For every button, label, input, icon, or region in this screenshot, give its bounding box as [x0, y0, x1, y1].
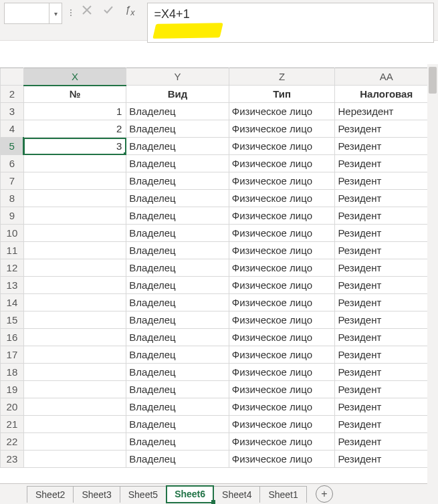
fx-label[interactable]: ƒx	[125, 3, 135, 17]
cell[interactable]	[23, 225, 126, 242]
cell[interactable]: Физическое лицо	[229, 381, 335, 398]
row-header[interactable]: 5	[1, 138, 24, 155]
cell[interactable]: Владелец	[126, 242, 229, 259]
cell[interactable]: Резидент	[335, 451, 438, 468]
row-header[interactable]: 15	[1, 311, 24, 329]
cell[interactable]: Резидент	[335, 294, 438, 311]
row-header[interactable]: 6	[1, 155, 24, 172]
cell[interactable]: Резидент	[335, 277, 438, 294]
cell[interactable]: Физическое лицо	[229, 433, 335, 451]
cell[interactable]: Владелец	[126, 294, 229, 311]
cell[interactable]: Владелец	[126, 346, 229, 364]
cell[interactable]	[23, 329, 126, 346]
name-box-dropdown[interactable]: ▾	[49, 3, 62, 24]
sheet-tab[interactable]: Sheet1	[259, 486, 306, 503]
cell[interactable]: Физическое лицо	[229, 259, 335, 277]
cell[interactable]	[23, 311, 126, 329]
cell[interactable]	[23, 207, 126, 225]
formula-bar[interactable]: =X4+1	[147, 3, 434, 43]
row-header[interactable]: 21	[1, 416, 24, 433]
cell[interactable]: Владелец	[126, 207, 229, 225]
row-header[interactable]: 20	[1, 398, 24, 416]
cell[interactable]: Физическое лицо	[229, 138, 335, 155]
cell[interactable]: Физическое лицо	[229, 103, 335, 120]
cell[interactable]: Резидент	[335, 172, 438, 190]
row-header[interactable]: 8	[1, 190, 24, 207]
select-all-corner[interactable]	[1, 68, 24, 86]
cell[interactable]: Владелец	[126, 398, 229, 416]
cell[interactable]: Резидент	[335, 138, 438, 155]
cell[interactable]: Налоговая	[335, 86, 438, 103]
cell[interactable]: Владелец	[126, 225, 229, 242]
cell[interactable]: 1	[23, 103, 126, 120]
cell[interactable]: Резидент	[335, 381, 438, 398]
cell[interactable]: Владелец	[126, 172, 229, 190]
cell[interactable]	[23, 433, 126, 451]
cell[interactable]	[23, 242, 126, 259]
cell[interactable]: Физическое лицо	[229, 398, 335, 416]
cell[interactable]	[23, 346, 126, 364]
cell[interactable]	[23, 294, 126, 311]
col-header-Y[interactable]: Y	[126, 68, 229, 86]
cell[interactable]	[23, 451, 126, 468]
cell[interactable]: Владелец	[126, 416, 229, 433]
cell[interactable]: Физическое лицо	[229, 207, 335, 225]
sheet-tab[interactable]: Sheet6	[166, 485, 214, 503]
cell[interactable]: Владелец	[126, 259, 229, 277]
row-header[interactable]: 4	[1, 120, 24, 138]
row-header[interactable]: 22	[1, 433, 24, 451]
cancel-button[interactable]	[80, 3, 94, 17]
cell[interactable]: Нерезидент	[335, 103, 438, 120]
cell[interactable]	[23, 259, 126, 277]
cell[interactable]	[23, 277, 126, 294]
cell[interactable]: Резидент	[335, 416, 438, 433]
cell[interactable]: Физическое лицо	[229, 242, 335, 259]
cell[interactable]	[23, 190, 126, 207]
row-header[interactable]: 14	[1, 294, 24, 311]
row-header[interactable]: 23	[1, 451, 24, 468]
cell[interactable]: Физическое лицо	[229, 277, 335, 294]
cell[interactable]: Владелец	[126, 190, 229, 207]
cell[interactable]: Владелец	[126, 381, 229, 398]
cell[interactable]: Владелец	[126, 155, 229, 172]
row-header[interactable]: 19	[1, 381, 24, 398]
row-header[interactable]: 7	[1, 172, 24, 190]
cell[interactable]: Владелец	[126, 329, 229, 346]
row-header[interactable]: 18	[1, 364, 24, 381]
cell[interactable]	[23, 364, 126, 381]
col-header-Z[interactable]: Z	[229, 68, 335, 86]
cell[interactable]: Физическое лицо	[229, 451, 335, 468]
spreadsheet-grid[interactable]: X Y Z AA 2№ВидТипНалоговая31ВладелецФизи…	[0, 68, 438, 468]
add-sheet-button[interactable]: +	[316, 485, 333, 503]
cell[interactable]: Физическое лицо	[229, 329, 335, 346]
cell[interactable]: Тип	[229, 86, 335, 103]
col-header-AA[interactable]: AA	[335, 68, 438, 86]
cell[interactable]: Физическое лицо	[229, 225, 335, 242]
sheet-tab[interactable]: Sheet3	[73, 486, 120, 503]
cell[interactable]: 3	[23, 138, 126, 155]
cell[interactable]: Владелец	[126, 364, 229, 381]
enter-button[interactable]	[101, 3, 116, 17]
cell[interactable]: Физическое лицо	[229, 190, 335, 207]
cell[interactable]: Владелец	[126, 277, 229, 294]
cell[interactable]: Резидент	[335, 433, 438, 451]
cell[interactable]: Резидент	[335, 311, 438, 329]
scroll-thumb[interactable]	[429, 67, 437, 94]
cell[interactable]: Физическое лицо	[229, 120, 335, 138]
cell[interactable]: Владелец	[126, 103, 229, 120]
row-header[interactable]: 13	[1, 277, 24, 294]
cell[interactable]: Резидент	[335, 120, 438, 138]
cell[interactable]: Физическое лицо	[229, 416, 335, 433]
cell[interactable]	[23, 416, 126, 433]
cell[interactable]	[23, 398, 126, 416]
cell[interactable]: Владелец	[126, 451, 229, 468]
row-header[interactable]: 10	[1, 225, 24, 242]
cell[interactable]: Физическое лицо	[229, 172, 335, 190]
vertical-scrollbar[interactable]	[427, 64, 438, 484]
cell[interactable]: Владелец	[126, 311, 229, 329]
sheet-tab[interactable]: Sheet5	[120, 486, 167, 503]
sheet-tab[interactable]: Sheet4	[213, 486, 260, 503]
cell[interactable]: Резидент	[335, 329, 438, 346]
cell[interactable]: Резидент	[335, 207, 438, 225]
cell[interactable]: Владелец	[126, 120, 229, 138]
